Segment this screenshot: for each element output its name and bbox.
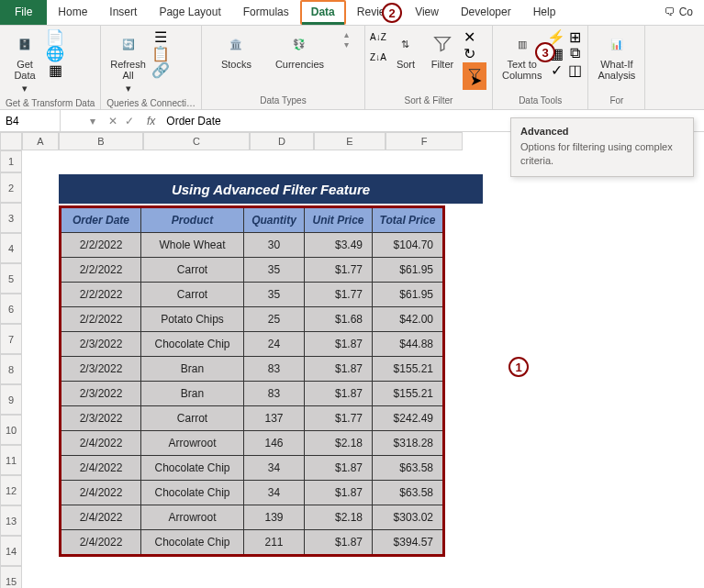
col-header[interactable]: E xyxy=(314,132,386,150)
select-all-corner[interactable] xyxy=(0,132,22,150)
table-cell[interactable]: 2/2/2022 xyxy=(61,233,141,258)
table-cell[interactable]: 24 xyxy=(244,332,305,357)
table-cell[interactable]: Arrowroot xyxy=(141,505,244,530)
table-cell[interactable]: $1.87 xyxy=(305,481,373,505)
advanced-filter-button[interactable]: ➤ xyxy=(463,62,486,90)
tab-page-layout[interactable]: Page Layout xyxy=(148,0,231,25)
table-cell[interactable]: 83 xyxy=(244,382,305,406)
row-header[interactable]: 11 xyxy=(0,445,22,475)
table-cell[interactable]: $2.18 xyxy=(305,505,373,530)
table-cell[interactable]: 2/2/2022 xyxy=(61,283,141,307)
table-cell[interactable]: $61.95 xyxy=(373,283,444,307)
table-cell[interactable]: 2/4/2022 xyxy=(61,456,141,481)
table-cell[interactable]: Potato Chips xyxy=(141,307,244,332)
table-row[interactable]: 2/3/2022Bran83$1.87$155.21 xyxy=(61,357,444,382)
reapply-button[interactable]: ↻ xyxy=(463,46,477,61)
comments-button[interactable]: 🗨 Co xyxy=(654,0,704,25)
tab-data[interactable]: Data xyxy=(300,0,346,25)
table-cell[interactable]: $3.49 xyxy=(305,233,373,258)
table-cell[interactable]: 2/2/2022 xyxy=(61,258,141,283)
row-header[interactable]: 10 xyxy=(0,415,22,445)
table-row[interactable]: 2/4/2022Chocolate Chip34$1.87$63.58 xyxy=(61,481,444,505)
table-cell[interactable]: $104.70 xyxy=(373,233,444,258)
table-cell[interactable]: $1.87 xyxy=(305,456,373,481)
row-header[interactable]: 14 xyxy=(0,536,22,566)
name-box-dropdown[interactable]: ▾ xyxy=(61,115,101,128)
tab-developer[interactable]: Developer xyxy=(450,0,522,25)
table-cell[interactable]: Chocolate Chip xyxy=(141,481,244,505)
table-cell[interactable]: $63.58 xyxy=(373,481,444,505)
table-row[interactable]: 2/2/2022Carrot35$1.77$61.95 xyxy=(61,283,444,307)
table-cell[interactable]: 139 xyxy=(244,505,305,530)
table-cell[interactable]: Bran xyxy=(141,357,244,382)
table-cell[interactable]: $318.28 xyxy=(373,431,444,456)
queries-icon[interactable]: ☰ xyxy=(153,29,168,44)
tab-home[interactable]: Home xyxy=(47,0,98,25)
table-row[interactable]: 2/2/2022Potato Chips25$1.68$42.00 xyxy=(61,307,444,332)
table-cell[interactable]: 2/3/2022 xyxy=(61,357,141,382)
table-cell[interactable]: $1.87 xyxy=(305,357,373,382)
what-if-button[interactable]: 📊 What-If Analysis xyxy=(594,29,639,83)
stocks-button[interactable]: 🏛️ Stocks xyxy=(218,29,255,72)
table-cell[interactable]: $394.57 xyxy=(373,530,444,556)
col-header[interactable]: C xyxy=(143,132,250,150)
row-header[interactable]: 1 xyxy=(0,150,22,172)
flash-fill-icon[interactable]: ⚡ xyxy=(549,29,564,44)
table-cell[interactable]: 2/3/2022 xyxy=(61,382,141,406)
table-cell[interactable]: $61.95 xyxy=(373,258,444,283)
table-cell[interactable]: $242.49 xyxy=(373,406,444,431)
row-header[interactable]: 12 xyxy=(0,475,22,505)
table-header-cell[interactable]: Product xyxy=(141,207,244,233)
table-cell[interactable]: 34 xyxy=(244,456,305,481)
relationships-icon[interactable]: ⧉ xyxy=(567,46,582,61)
col-header[interactable]: A xyxy=(22,132,59,150)
table-cell[interactable]: $2.18 xyxy=(305,431,373,456)
tab-view[interactable]: View xyxy=(404,0,450,25)
table-row[interactable]: 2/4/2022Chocolate Chip34$1.87$63.58 xyxy=(61,456,444,481)
row-header[interactable]: 9 xyxy=(0,384,22,415)
from-table-icon[interactable]: ▦ xyxy=(48,62,62,77)
consolidate-icon[interactable]: ⊞ xyxy=(567,29,582,44)
tab-help[interactable]: Help xyxy=(522,0,567,25)
table-row[interactable]: 2/4/2022Arrowroot146$2.18$318.28 xyxy=(61,431,444,456)
from-web-icon[interactable]: 🌐 xyxy=(48,46,62,61)
row-header[interactable]: 3 xyxy=(0,203,22,233)
table-cell[interactable]: 137 xyxy=(244,406,305,431)
name-box[interactable]: B4 xyxy=(0,110,61,131)
table-cell[interactable]: Chocolate Chip xyxy=(141,332,244,357)
row-header[interactable]: 5 xyxy=(0,263,22,294)
table-cell[interactable]: Bran xyxy=(141,382,244,406)
table-cell[interactable]: Carrot xyxy=(141,406,244,431)
properties-icon[interactable]: 📋 xyxy=(153,46,168,61)
table-cell[interactable]: 2/4/2022 xyxy=(61,505,141,530)
table-row[interactable]: 2/3/2022Bran83$1.87$155.21 xyxy=(61,382,444,406)
table-cell[interactable]: Carrot xyxy=(141,258,244,283)
table-cell[interactable]: 2/2/2022 xyxy=(61,307,141,332)
sort-button[interactable]: ⇅ Sort xyxy=(389,29,422,72)
sort-asc-button[interactable]: A↓Z xyxy=(371,29,386,44)
col-header[interactable]: B xyxy=(59,132,143,150)
tab-file[interactable]: File xyxy=(0,0,47,25)
table-cell[interactable]: $1.77 xyxy=(305,406,373,431)
table-row[interactable]: 2/3/2022Chocolate Chip24$1.87$44.88 xyxy=(61,332,444,357)
table-header-cell[interactable]: Total Price xyxy=(373,207,444,233)
currencies-button[interactable]: 💱 Currencies xyxy=(272,29,328,72)
table-row[interactable]: 2/2/2022Carrot35$1.77$61.95 xyxy=(61,258,444,283)
table-cell[interactable]: 35 xyxy=(244,283,305,307)
worksheet[interactable]: Using Advanced Filter Feature Order Date… xyxy=(22,150,704,588)
from-text-icon[interactable]: 📄 xyxy=(48,29,62,44)
table-row[interactable]: 2/2/2022Whole Wheat30$3.49$104.70 xyxy=(61,233,444,258)
cancel-formula-button[interactable]: ✕ xyxy=(108,115,117,128)
row-header[interactable]: 6 xyxy=(0,294,22,324)
table-cell[interactable]: $63.58 xyxy=(373,456,444,481)
data-validation-icon[interactable]: ✓ xyxy=(549,62,564,77)
row-header[interactable]: 2 xyxy=(0,172,22,203)
table-cell[interactable]: $1.87 xyxy=(305,382,373,406)
table-cell[interactable]: 2/3/2022 xyxy=(61,406,141,431)
row-header[interactable]: 15 xyxy=(0,566,22,588)
tab-insert[interactable]: Insert xyxy=(98,0,148,25)
edit-links-icon[interactable]: 🔗 xyxy=(153,62,168,77)
table-cell[interactable]: Arrowroot xyxy=(141,431,244,456)
table-cell[interactable]: Carrot xyxy=(141,283,244,307)
table-cell[interactable]: 211 xyxy=(244,530,305,556)
